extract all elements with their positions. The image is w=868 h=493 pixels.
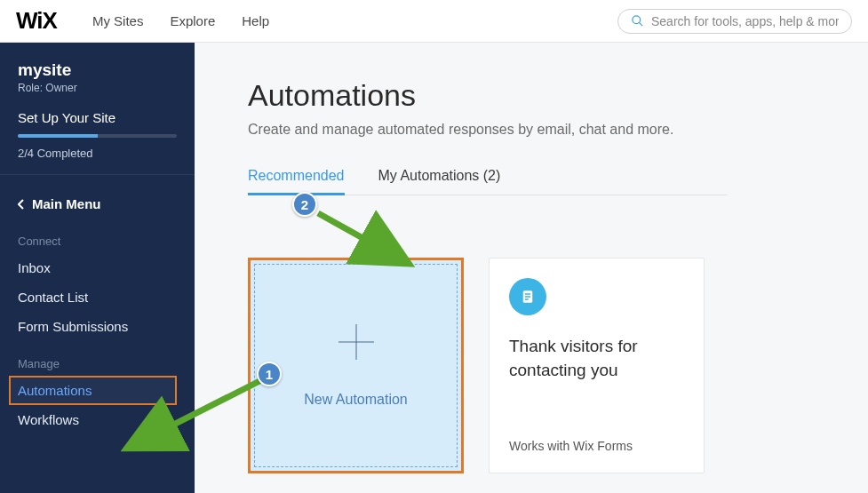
sidebar-item-inbox[interactable]: Inbox [18,253,177,282]
plus-icon [338,324,374,360]
annotation-number-1: 1 [257,362,282,386]
sidebar-heading-manage: Manage [18,357,177,370]
svg-rect-5 [525,298,529,300]
annotation-badge-2: 2 [292,192,317,217]
search-placeholder: Search for tools, apps, help & more... [651,14,839,28]
topnav-explore[interactable]: Explore [170,13,215,28]
topnav-my-sites[interactable]: My Sites [92,13,144,28]
site-role: Role: Owner [18,82,177,94]
recommendation-card[interactable]: Thank visitors for contacting you Works … [489,258,705,473]
topbar: WiX My Sites Explore Help Search for too… [0,0,868,43]
tabs: Recommended My Automations (2) [248,168,728,195]
svg-point-0 [633,16,641,24]
svg-line-1 [639,22,642,26]
setup-progress-bar [18,134,177,138]
sidebar-heading-connect: Connect [18,235,177,248]
annotation-number-2: 2 [292,192,317,217]
annotation-arrow-2 [311,206,418,273]
page-title: Automations [248,78,868,113]
cards-row: New Automation Thank visitors for contac… [248,258,868,473]
chevron-left-icon [18,199,25,210]
recommendation-title: Thank visitors for contacting you [509,335,684,382]
top-nav: My Sites Explore Help [92,13,269,28]
svg-line-9 [318,213,404,261]
setup-your-site-link[interactable]: Set Up Your Site [18,110,177,125]
annotation-badge-1: 1 [257,362,282,386]
setup-progress-fill [18,134,98,138]
main-content: Automations Create and manage automated … [195,43,868,493]
recommendation-footer: Works with Wix Forms [509,439,684,453]
document-icon [509,278,546,315]
svg-rect-3 [525,293,530,295]
new-automation-label: New Automation [304,392,408,408]
tab-my-automations[interactable]: My Automations (2) [378,168,501,195]
topnav-help[interactable]: Help [242,13,269,28]
search-icon [631,14,644,28]
search-input[interactable]: Search for tools, apps, help & more... [617,9,852,34]
annotation-arrow-1 [115,373,271,462]
sidebar-item-contact-list[interactable]: Contact List [18,282,177,312]
sidebar-site-block: mysite Role: Owner Set Up Your Site 2/4 … [0,43,195,175]
site-name[interactable]: mysite [18,60,177,80]
wix-logo[interactable]: WiX [16,7,57,35]
svg-line-7 [131,378,267,446]
svg-rect-4 [525,296,530,298]
sidebar-item-form-submissions[interactable]: Form Submissions [18,312,177,341]
page-subtitle: Create and manage automated responses by… [248,122,868,138]
back-label: Main Menu [32,196,101,211]
setup-progress-text: 2/4 Completed [18,147,177,160]
back-to-main-menu[interactable]: Main Menu [18,189,177,219]
